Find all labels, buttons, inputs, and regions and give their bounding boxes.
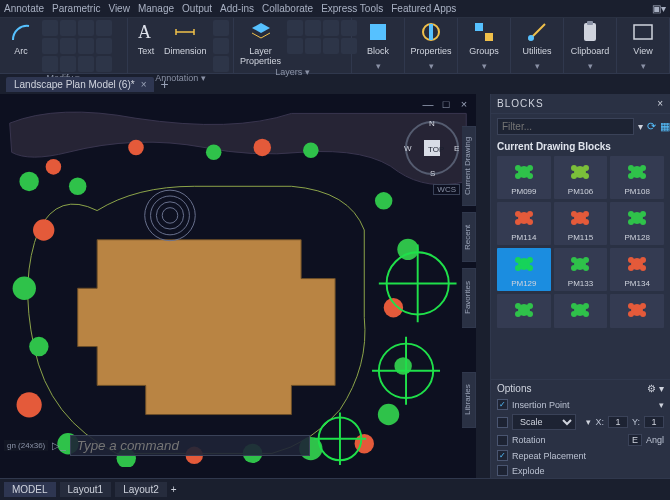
gear-icon[interactable]: ⚙ ▾ [647,383,664,394]
ribbon-tab[interactable]: Featured Apps [391,3,456,14]
chk-insertion[interactable]: ✓ [497,399,508,410]
groups-button[interactable]: Groups [464,20,504,56]
options-header[interactable]: Options ⚙ ▾ [491,380,670,397]
view-button[interactable]: View [623,20,663,56]
chevron-down-icon[interactable]: ▾ [659,400,664,410]
ribbon-tab[interactable]: Parametric [52,3,100,14]
scale-select[interactable]: Scale [512,414,576,430]
vtab-current[interactable]: Current Drawing [462,126,476,206]
maximize-viewport-icon[interactable]: □ [440,98,452,110]
fillet-tool-icon[interactable] [78,56,94,72]
ribbon-more-icon[interactable]: ▣▾ [652,3,666,14]
layer-lock-icon[interactable] [323,20,339,36]
new-tab-button[interactable]: + [160,76,168,92]
rect-tool-icon[interactable] [96,20,112,36]
ribbon-tab[interactable]: Express Tools [321,3,383,14]
model-tab[interactable]: MODEL [4,482,56,497]
rotate-tool-icon[interactable] [78,38,94,54]
chevron-down-icon[interactable]: ▾ [586,417,591,427]
panel-label-clip[interactable]: ▾ [570,60,610,73]
mirror-tool-icon[interactable] [96,38,112,54]
panel-label-groups[interactable]: ▾ [464,60,504,73]
sync-icon[interactable]: ⟳ [647,119,656,135]
vtab-recent[interactable]: Recent [462,212,476,262]
vtab-libraries[interactable]: Libraries [462,372,476,428]
table-tool-icon[interactable] [213,20,229,36]
close-panel-icon[interactable]: × [657,98,664,109]
ribbon-tab[interactable]: Manage [138,3,174,14]
layout1-tab[interactable]: Layout1 [60,482,112,497]
layer-unlock-icon[interactable] [323,38,339,54]
close-viewport-icon[interactable]: × [458,98,470,110]
ribbon-tab[interactable]: Add-ins [220,3,254,14]
array-tool-icon[interactable] [96,56,112,72]
ribbon-tab[interactable]: Annotate [4,3,44,14]
close-tab-icon[interactable]: × [141,79,147,90]
layer-properties-button[interactable]: Layer Properties [240,20,281,66]
block-button[interactable]: Block [358,20,398,56]
text-button[interactable]: A Text [134,20,158,56]
chk-explode[interactable] [497,465,508,476]
block-item[interactable]: PM108 [610,156,664,199]
block-item[interactable]: PM099 [497,156,551,199]
add-layout-icon[interactable]: + [171,484,177,495]
panel-label-utils[interactable]: ▾ [517,60,557,73]
panel-label-layers[interactable]: Layers ▾ [240,66,345,79]
wcs-label[interactable]: WCS [433,184,460,195]
block-item[interactable] [610,294,664,328]
block-item[interactable]: PM129 [497,248,551,291]
circle-tool-icon[interactable] [78,20,94,36]
command-input[interactable] [70,435,310,456]
block-item[interactable]: PM114 [497,202,551,245]
drawing-canvas[interactable]: — □ × TOP N E S W WCS gn (24x36) ▷_ [0,94,476,478]
panel-label-block[interactable]: ▾ [358,60,398,73]
panel-label-view[interactable]: ▾ [623,60,663,73]
vtab-favorites[interactable]: Favorites [462,268,476,328]
document-tab[interactable]: Landscape Plan Model (6)* × [6,77,154,92]
block-item[interactable]: PM134 [610,248,664,291]
block-item[interactable]: PM115 [554,202,608,245]
rotation-e[interactable]: E [628,434,642,446]
scale-x[interactable]: 1 [608,416,628,428]
arc-button[interactable]: Arc [6,20,36,56]
minimize-viewport-icon[interactable]: — [422,98,434,110]
filter-input[interactable] [497,118,634,135]
leader-tool-icon[interactable] [213,38,229,54]
layer-thaw-icon[interactable] [305,38,321,54]
layout2-tab[interactable]: Layout2 [115,482,167,497]
view-cube[interactable]: TOP N E S W [402,118,462,178]
svg-point-52 [571,165,577,171]
svg-point-58 [640,165,646,171]
extend-tool-icon[interactable] [60,56,76,72]
chk-repeat[interactable]: ✓ [497,450,508,461]
filter-row: ▾ ⟳ ▦ [491,114,670,139]
line-tool-icon[interactable] [42,20,58,36]
dimension-button[interactable]: Dimension [164,20,207,56]
block-item[interactable] [497,294,551,328]
layer-off-icon[interactable] [287,38,303,54]
properties-button[interactable]: Properties [411,20,451,56]
chk-scale[interactable] [497,417,508,428]
filter-dropdown-icon[interactable]: ▾ [638,121,643,132]
hatch-tool-icon[interactable] [213,56,229,72]
grid-view-icon[interactable]: ▦ [660,119,670,135]
block-item[interactable]: PM133 [554,248,608,291]
ribbon-tab[interactable]: Output [182,3,212,14]
scale-y[interactable]: 1 [644,416,664,428]
ribbon-tab[interactable]: Collaborate [262,3,313,14]
layer-on-icon[interactable] [287,20,303,36]
block-name: PM115 [568,233,593,242]
ribbon-tab[interactable]: View [108,3,130,14]
block-item[interactable]: PM128 [610,202,664,245]
copy-tool-icon[interactable] [60,38,76,54]
chk-rotation[interactable] [497,435,508,446]
utilities-button[interactable]: Utilities [517,20,557,56]
layer-freeze-icon[interactable] [305,20,321,36]
clipboard-button[interactable]: Clipboard [570,20,610,56]
move-tool-icon[interactable] [42,38,58,54]
trim-tool-icon[interactable] [42,56,58,72]
block-item[interactable] [554,294,608,328]
block-item[interactable]: PM106 [554,156,608,199]
panel-label-props[interactable]: ▾ [411,60,451,73]
polyline-tool-icon[interactable] [60,20,76,36]
